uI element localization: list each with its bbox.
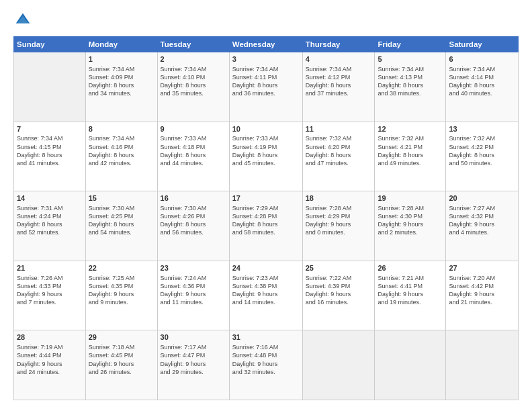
day-cell: 10Sunrise: 7:33 AM Sunset: 4:19 PM Dayli… bbox=[229, 122, 302, 191]
day-info: Sunrise: 7:32 AM Sunset: 4:22 PM Dayligh… bbox=[449, 134, 515, 167]
day-number: 31 bbox=[232, 332, 300, 342]
day-cell: 15Sunrise: 7:30 AM Sunset: 4:25 PM Dayli… bbox=[85, 191, 157, 261]
week-row-4: 21Sunrise: 7:26 AM Sunset: 4:33 PM Dayli… bbox=[14, 261, 519, 330]
day-cell: 27Sunrise: 7:20 AM Sunset: 4:42 PM Dayli… bbox=[446, 261, 519, 330]
day-cell: 5Sunrise: 7:34 AM Sunset: 4:13 PM Daylig… bbox=[375, 52, 446, 122]
day-cell: 25Sunrise: 7:22 AM Sunset: 4:39 PM Dayli… bbox=[302, 261, 375, 330]
day-number: 26 bbox=[378, 263, 443, 273]
day-cell: 4Sunrise: 7:34 AM Sunset: 4:12 PM Daylig… bbox=[302, 52, 375, 122]
day-info: Sunrise: 7:24 AM Sunset: 4:36 PM Dayligh… bbox=[161, 274, 226, 307]
day-cell: 26Sunrise: 7:21 AM Sunset: 4:41 PM Dayli… bbox=[375, 261, 446, 330]
day-cell: 31Sunrise: 7:16 AM Sunset: 4:48 PM Dayli… bbox=[229, 330, 302, 400]
col-header-sunday: Sunday bbox=[14, 37, 86, 52]
day-info: Sunrise: 7:20 AM Sunset: 4:42 PM Dayligh… bbox=[449, 274, 515, 307]
col-header-friday: Friday bbox=[375, 37, 446, 52]
day-cell: 23Sunrise: 7:24 AM Sunset: 4:36 PM Dayli… bbox=[157, 261, 229, 330]
day-info: Sunrise: 7:16 AM Sunset: 4:48 PM Dayligh… bbox=[232, 343, 300, 376]
day-cell: 16Sunrise: 7:30 AM Sunset: 4:26 PM Dayli… bbox=[157, 191, 229, 261]
day-number: 11 bbox=[306, 124, 372, 134]
day-info: Sunrise: 7:28 AM Sunset: 4:29 PM Dayligh… bbox=[306, 204, 372, 237]
day-info: Sunrise: 7:33 AM Sunset: 4:19 PM Dayligh… bbox=[232, 134, 300, 167]
day-cell: 13Sunrise: 7:32 AM Sunset: 4:22 PM Dayli… bbox=[446, 122, 519, 191]
day-cell bbox=[375, 330, 446, 400]
day-cell: 28Sunrise: 7:19 AM Sunset: 4:44 PM Dayli… bbox=[14, 330, 86, 400]
logo-icon bbox=[13, 11, 32, 30]
day-info: Sunrise: 7:33 AM Sunset: 4:18 PM Dayligh… bbox=[161, 134, 226, 167]
day-cell: 7Sunrise: 7:34 AM Sunset: 4:15 PM Daylig… bbox=[14, 122, 86, 191]
day-number: 12 bbox=[378, 124, 443, 134]
col-header-thursday: Thursday bbox=[302, 37, 375, 52]
day-cell: 14Sunrise: 7:31 AM Sunset: 4:24 PM Dayli… bbox=[14, 191, 86, 261]
day-info: Sunrise: 7:26 AM Sunset: 4:33 PM Dayligh… bbox=[17, 274, 83, 307]
day-number: 1 bbox=[89, 54, 154, 64]
day-cell bbox=[302, 330, 375, 400]
day-cell: 11Sunrise: 7:32 AM Sunset: 4:20 PM Dayli… bbox=[302, 122, 375, 191]
day-info: Sunrise: 7:34 AM Sunset: 4:09 PM Dayligh… bbox=[89, 65, 154, 98]
day-number: 7 bbox=[17, 124, 83, 134]
calendar-table: SundayMondayTuesdayWednesdayThursdayFrid… bbox=[13, 36, 519, 400]
day-cell: 24Sunrise: 7:23 AM Sunset: 4:38 PM Dayli… bbox=[229, 261, 302, 330]
day-info: Sunrise: 7:31 AM Sunset: 4:24 PM Dayligh… bbox=[17, 204, 83, 237]
day-info: Sunrise: 7:34 AM Sunset: 4:13 PM Dayligh… bbox=[378, 65, 443, 98]
day-number: 29 bbox=[89, 332, 154, 342]
day-info: Sunrise: 7:32 AM Sunset: 4:21 PM Dayligh… bbox=[378, 134, 443, 167]
day-cell: 17Sunrise: 7:29 AM Sunset: 4:28 PM Dayli… bbox=[229, 191, 302, 261]
day-cell: 20Sunrise: 7:27 AM Sunset: 4:32 PM Dayli… bbox=[446, 191, 519, 261]
day-info: Sunrise: 7:28 AM Sunset: 4:30 PM Dayligh… bbox=[378, 204, 443, 237]
day-number: 22 bbox=[89, 263, 154, 273]
day-number: 24 bbox=[232, 263, 300, 273]
day-number: 3 bbox=[232, 54, 300, 64]
day-number: 14 bbox=[17, 193, 83, 203]
day-info: Sunrise: 7:17 AM Sunset: 4:47 PM Dayligh… bbox=[161, 343, 226, 376]
day-info: Sunrise: 7:30 AM Sunset: 4:25 PM Dayligh… bbox=[89, 204, 154, 237]
day-number: 19 bbox=[378, 193, 443, 203]
day-info: Sunrise: 7:29 AM Sunset: 4:28 PM Dayligh… bbox=[232, 204, 300, 237]
day-number: 10 bbox=[232, 124, 300, 134]
day-number: 23 bbox=[161, 263, 226, 273]
day-number: 28 bbox=[17, 332, 83, 342]
day-cell: 30Sunrise: 7:17 AM Sunset: 4:47 PM Dayli… bbox=[157, 330, 229, 400]
day-cell: 22Sunrise: 7:25 AM Sunset: 4:35 PM Dayli… bbox=[85, 261, 157, 330]
day-info: Sunrise: 7:25 AM Sunset: 4:35 PM Dayligh… bbox=[89, 274, 154, 307]
day-number: 25 bbox=[306, 263, 372, 273]
day-number: 18 bbox=[306, 193, 372, 203]
week-row-2: 7Sunrise: 7:34 AM Sunset: 4:15 PM Daylig… bbox=[14, 122, 519, 191]
day-info: Sunrise: 7:21 AM Sunset: 4:41 PM Dayligh… bbox=[378, 274, 443, 307]
day-info: Sunrise: 7:34 AM Sunset: 4:11 PM Dayligh… bbox=[232, 65, 300, 98]
day-cell bbox=[14, 52, 86, 122]
day-number: 30 bbox=[161, 332, 226, 342]
day-info: Sunrise: 7:23 AM Sunset: 4:38 PM Dayligh… bbox=[232, 274, 300, 307]
col-header-monday: Monday bbox=[85, 37, 157, 52]
day-info: Sunrise: 7:22 AM Sunset: 4:39 PM Dayligh… bbox=[306, 274, 372, 307]
day-cell: 19Sunrise: 7:28 AM Sunset: 4:30 PM Dayli… bbox=[375, 191, 446, 261]
day-cell: 1Sunrise: 7:34 AM Sunset: 4:09 PM Daylig… bbox=[85, 52, 157, 122]
day-number: 17 bbox=[232, 193, 300, 203]
day-number: 20 bbox=[449, 193, 515, 203]
day-cell: 2Sunrise: 7:34 AM Sunset: 4:10 PM Daylig… bbox=[157, 52, 229, 122]
day-cell: 3Sunrise: 7:34 AM Sunset: 4:11 PM Daylig… bbox=[229, 52, 302, 122]
day-number: 21 bbox=[17, 263, 83, 273]
week-row-5: 28Sunrise: 7:19 AM Sunset: 4:44 PM Dayli… bbox=[14, 330, 519, 400]
day-cell: 9Sunrise: 7:33 AM Sunset: 4:18 PM Daylig… bbox=[157, 122, 229, 191]
day-info: Sunrise: 7:34 AM Sunset: 4:15 PM Dayligh… bbox=[17, 134, 83, 167]
day-info: Sunrise: 7:32 AM Sunset: 4:20 PM Dayligh… bbox=[306, 134, 372, 167]
day-number: 15 bbox=[89, 193, 154, 203]
header-row: SundayMondayTuesdayWednesdayThursdayFrid… bbox=[14, 37, 519, 52]
week-row-1: 1Sunrise: 7:34 AM Sunset: 4:09 PM Daylig… bbox=[14, 52, 519, 122]
day-info: Sunrise: 7:34 AM Sunset: 4:12 PM Dayligh… bbox=[306, 65, 372, 98]
day-number: 5 bbox=[378, 54, 443, 64]
day-number: 16 bbox=[161, 193, 226, 203]
logo bbox=[13, 11, 35, 30]
day-cell: 29Sunrise: 7:18 AM Sunset: 4:45 PM Dayli… bbox=[85, 330, 157, 400]
header bbox=[13, 11, 519, 30]
col-header-tuesday: Tuesday bbox=[157, 37, 229, 52]
day-cell: 12Sunrise: 7:32 AM Sunset: 4:21 PM Dayli… bbox=[375, 122, 446, 191]
page: SundayMondayTuesdayWednesdayThursdayFrid… bbox=[0, 0, 532, 411]
day-number: 27 bbox=[449, 263, 515, 273]
day-info: Sunrise: 7:30 AM Sunset: 4:26 PM Dayligh… bbox=[161, 204, 226, 237]
day-number: 2 bbox=[161, 54, 226, 64]
day-cell: 8Sunrise: 7:34 AM Sunset: 4:16 PM Daylig… bbox=[85, 122, 157, 191]
day-number: 9 bbox=[161, 124, 226, 134]
day-info: Sunrise: 7:34 AM Sunset: 4:10 PM Dayligh… bbox=[161, 65, 226, 98]
day-number: 4 bbox=[306, 54, 372, 64]
